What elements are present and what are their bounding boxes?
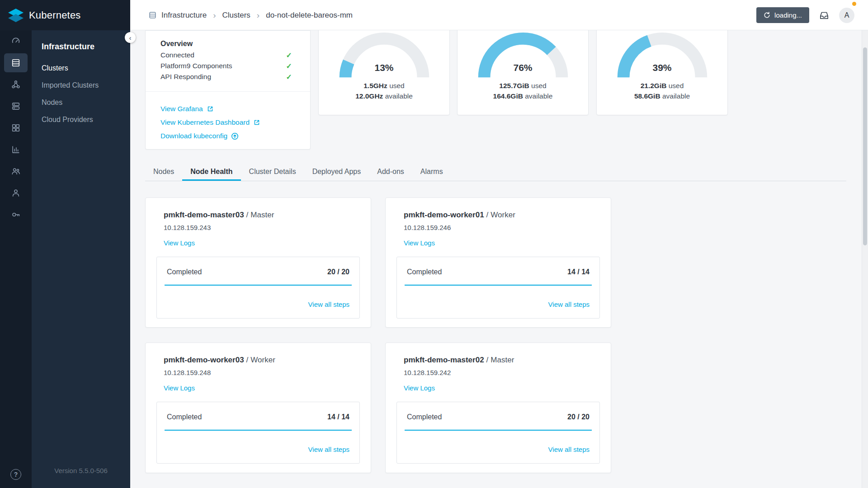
download-kubeconfig-link[interactable]: Download kubeconfig (160, 129, 260, 143)
storage-icon (11, 101, 21, 111)
node-health-card: pmkft-demo-worker01/Worker 10.128.159.24… (385, 197, 611, 328)
sidebar-item-imported-clusters[interactable]: Imported Clusters (32, 77, 130, 94)
node-health-card: pmkft-demo-worker03/Worker 10.128.159.24… (145, 343, 371, 473)
tab-alarms[interactable]: Alarms (412, 164, 451, 181)
overview-check-connected: Connected ✓ (160, 50, 292, 61)
check-icon: ✓ (286, 62, 292, 70)
tab-nodes[interactable]: Nodes (145, 164, 182, 181)
sidebar-item-clusters[interactable]: Clusters (32, 60, 130, 77)
storage-gauge-chart (615, 30, 710, 82)
loading-button-label: loading... (774, 11, 802, 19)
breadcrumb-separator: › (213, 10, 216, 20)
external-link-icon (253, 119, 260, 126)
rail-item-monitoring[interactable] (0, 139, 32, 160)
breadcrumb: Infrastructure › Clusters › do-not-delet… (148, 0, 353, 30)
node-role: Master (250, 211, 274, 219)
steps-count: 20 / 20 (567, 413, 590, 421)
rail-item-user-management[interactable] (0, 182, 32, 204)
steps-progress-bar (165, 285, 352, 286)
node-steps-panel: Completed 20 / 20 View all steps (396, 402, 600, 464)
rail-item-rbac[interactable] (0, 160, 32, 182)
rail-item-storage[interactable] (0, 95, 32, 117)
steps-status: Completed (407, 413, 442, 421)
sidebar: Kubernetes ? (0, 0, 130, 488)
tab-cluster-details[interactable]: Cluster Details (241, 164, 304, 181)
view-kubernetes-dashboard-link[interactable]: View Kubernetes Dashboard (160, 116, 260, 129)
loading-button[interactable]: loading... (756, 7, 809, 23)
key-icon (11, 210, 21, 220)
inbox-tray-icon[interactable] (818, 9, 830, 21)
rail-item-dashboard[interactable] (0, 30, 32, 52)
storage-usage-card: 39% 21.2GiB used 58.6GiB available (596, 30, 728, 115)
tab-deployed-apps[interactable]: Deployed Apps (304, 164, 369, 181)
kubernetes-logo-icon (7, 8, 24, 23)
cluster-tabs: Nodes Node Health Cluster Details Deploy… (145, 164, 846, 181)
refresh-icon (764, 12, 770, 19)
tab-node-health[interactable]: Node Health (182, 164, 241, 181)
steps-progress-bar (405, 285, 592, 286)
memory-gauge-chart (476, 30, 571, 82)
view-logs-link[interactable]: View Logs (164, 239, 195, 247)
cpu-usage-card: 13% 1.5GHz used 12.0GHz available (318, 30, 450, 115)
scrollbar-track[interactable] (862, 30, 868, 488)
overview-check-platform9: Platform9 Components ✓ (160, 61, 292, 71)
node-role: Worker (491, 211, 515, 219)
cpu-usage-text: 1.5GHz used 12.0GHz available (319, 80, 449, 101)
sidebar-item-cloud-providers[interactable]: Cloud Providers (32, 111, 130, 128)
rail-item-infrastructure[interactable] (0, 52, 32, 74)
check-icon: ✓ (286, 73, 292, 81)
rail-item-workloads[interactable] (0, 74, 32, 95)
help-icon[interactable]: ? (10, 469, 21, 480)
breadcrumb-current-cluster: do-not-delete-bareos-mm (266, 11, 353, 20)
sidebar-item-nodes[interactable]: Nodes (32, 94, 130, 111)
node-name: pmkft-demo-master03 (164, 211, 244, 219)
steps-progress-bar (165, 430, 352, 431)
steps-progress-bar (405, 430, 592, 431)
node-name-line: pmkft-demo-worker01/Worker (404, 211, 515, 220)
app-logo[interactable]: Kubernetes (0, 0, 130, 30)
sidebar-section-title: Infrastructure (32, 30, 130, 52)
view-all-steps-link[interactable]: View all steps (308, 300, 349, 308)
top-header: Infrastructure › Clusters › do-not-delet… (130, 0, 868, 30)
avatar[interactable]: A (839, 8, 854, 23)
breadcrumb-infrastructure[interactable]: Infrastructure (161, 11, 207, 20)
sidebar-collapse-button[interactable]: ‹ (125, 32, 136, 43)
node-steps-panel: Completed 20 / 20 View all steps (156, 257, 360, 319)
storage-percent-label: 39% (597, 62, 727, 73)
breadcrumb-separator: › (257, 10, 259, 20)
view-all-steps-link[interactable]: View all steps (308, 446, 349, 453)
steps-status: Completed (167, 268, 202, 276)
node-name-line: pmkft-demo-master03/Master (164, 211, 274, 220)
sidebar-subpanel: Infrastructure Clusters Imported Cluster… (32, 30, 130, 488)
steps-status: Completed (167, 413, 202, 421)
node-name: pmkft-demo-worker03 (164, 356, 244, 364)
tab-add-ons[interactable]: Add-ons (369, 164, 412, 181)
users-group-icon (11, 166, 21, 176)
overview-check-api: API Responding ✓ (160, 71, 292, 82)
view-logs-link[interactable]: View Logs (404, 384, 435, 392)
view-logs-link[interactable]: View Logs (164, 384, 195, 392)
overview-title: Overview (160, 40, 193, 48)
view-grafana-link[interactable]: View Grafana (160, 102, 260, 116)
steps-count: 20 / 20 (327, 268, 349, 276)
view-all-steps-link[interactable]: View all steps (548, 300, 590, 308)
node-name-line: pmkft-demo-master02/Master (404, 356, 514, 365)
divider (146, 91, 310, 92)
node-name: pmkft-demo-worker01 (404, 211, 484, 219)
notification-dot (852, 2, 856, 6)
rail-item-api-access[interactable] (0, 204, 32, 225)
chart-icon (11, 145, 21, 155)
node-steps-panel: Completed 14 / 14 View all steps (156, 402, 360, 464)
node-name-line: pmkft-demo-worker03/Worker (164, 356, 275, 365)
node-ip: 10.128.159.248 (164, 369, 211, 376)
rail-item-apps[interactable] (0, 117, 32, 139)
view-all-steps-link[interactable]: View all steps (548, 446, 590, 453)
download-icon (231, 132, 239, 140)
node-ip: 10.128.159.243 (164, 224, 211, 231)
scrollbar-thumb[interactable] (863, 47, 867, 245)
steps-count: 14 / 14 (567, 268, 590, 276)
view-logs-link[interactable]: View Logs (404, 239, 435, 247)
node-health-card: pmkft-demo-master03/Master 10.128.159.24… (145, 197, 371, 328)
node-health-card: pmkft-demo-master02/Master 10.128.159.24… (385, 343, 611, 473)
breadcrumb-clusters[interactable]: Clusters (222, 11, 250, 20)
